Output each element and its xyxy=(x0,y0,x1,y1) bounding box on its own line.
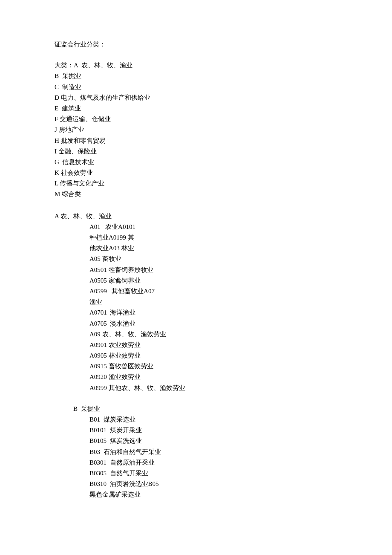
section-b-line: B0310 油页岩洗选业B05 xyxy=(89,479,392,489)
section-b-items: B01 煤炭采选业B0101 煤炭开采业B0105 煤炭洗选业B03 石油和自然… xyxy=(55,414,392,500)
section-a-line: A0920 渔业效劳业 xyxy=(89,372,392,382)
section-a-line: A05 畜牧业 xyxy=(89,254,392,264)
major-categories-list: 大类：A 农、林、牧、渔业B 采掘业C 制造业D 电力、煤气及水的生产和供给业E… xyxy=(55,60,392,199)
section-a-items: A01 农业A0101种植业A0199 其他农业A03 林业A05 畜牧业A05… xyxy=(55,222,392,393)
section-a-line: A09 农、林、牧、渔效劳业 xyxy=(89,329,392,340)
major-category-item: M 综合类 xyxy=(55,189,392,199)
section-a-line: A0999 其他农、林、牧、渔效劳业 xyxy=(89,383,392,393)
document-title: 证监会行业分类： xyxy=(55,39,392,50)
major-category-item: H 批发和零售贸易 xyxy=(55,136,392,146)
major-category-item: D 电力、煤气及水的生产和供给业 xyxy=(55,92,392,103)
major-category-item: B 采掘业 xyxy=(55,71,392,81)
section-a-line: A01 农业A0101 xyxy=(89,222,392,232)
section-b-line: B0105 煤炭洗选业 xyxy=(89,436,392,446)
section-a-line: 渔业 xyxy=(89,297,392,307)
section-a-line: A0501 牲畜饲养放牧业 xyxy=(89,265,392,275)
section-b-line: B01 煤炭采选业 xyxy=(89,414,392,425)
major-category-item: K 社会效劳业 xyxy=(55,168,392,178)
section-a-line: A0599 其他畜牧业A07 xyxy=(89,286,392,297)
major-category-item: 大类：A 农、林、牧、渔业 xyxy=(55,60,392,71)
section-b-line: B0305 自然气开采业 xyxy=(89,468,392,479)
section-b: B 采掘业 B01 煤炭采选业B0101 煤炭开采业B0105 煤炭洗选业B03… xyxy=(55,404,392,500)
section-a-line: A0901 农业效劳业 xyxy=(89,340,392,350)
major-category-item: J 房地产业 xyxy=(55,124,392,135)
section-b-line: 黑色金属矿采选业 xyxy=(89,489,392,500)
section-a-line: A0505 家禽饲养业 xyxy=(89,275,392,286)
section-b-header: B 采掘业 xyxy=(55,404,392,414)
section-b-line: B03 石油和自然气开采业 xyxy=(89,447,392,457)
section-a: A 农、林、牧、渔业 A01 农业A0101种植业A0199 其他农业A03 林… xyxy=(55,211,392,393)
section-a-header: A 农、林、牧、渔业 xyxy=(55,211,392,222)
major-category-item: E 建筑业 xyxy=(55,103,392,114)
major-category-item: F 交通运输、仓储业 xyxy=(55,114,392,124)
section-a-line: A0701 海洋渔业 xyxy=(89,307,392,318)
major-category-item: L 传播与文化产业 xyxy=(55,178,392,189)
major-category-item: G 信息技术业 xyxy=(55,157,392,168)
section-b-line: B0301 自然原油开采业 xyxy=(89,457,392,468)
section-a-line: 种植业A0199 其 xyxy=(89,232,392,243)
major-category-item: C 制造业 xyxy=(55,82,392,92)
section-a-line: A0705 淡水渔业 xyxy=(89,318,392,329)
section-a-line: A0905 林业效劳业 xyxy=(89,350,392,361)
major-category-item: I 金融、保险业 xyxy=(55,146,392,157)
section-b-line: B0101 煤炭开采业 xyxy=(89,425,392,436)
section-a-line: 他农业A03 林业 xyxy=(89,243,392,254)
section-a-line: A0915 畜牧兽医效劳业 xyxy=(89,361,392,372)
